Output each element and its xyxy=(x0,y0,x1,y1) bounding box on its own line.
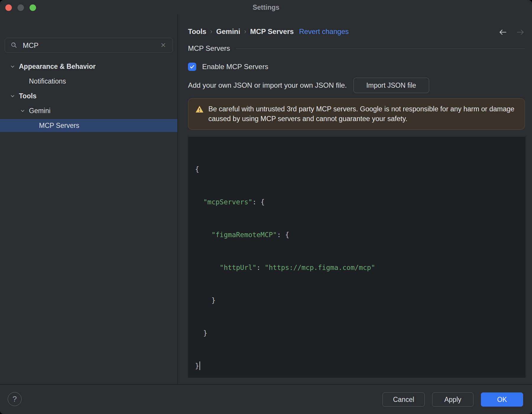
settings-tree: Appearance & Behavior Notifications Tool… xyxy=(0,60,178,132)
settings-content: Tools › Gemini › MCP Servers Revert chan… xyxy=(178,14,532,384)
code-line: { xyxy=(195,164,518,175)
import-json-file-button[interactable]: Import JSON file xyxy=(353,78,429,93)
sidebar-item-appearance-behavior[interactable]: Appearance & Behavior xyxy=(0,60,178,73)
code-line: } xyxy=(195,361,518,371)
chevron-down-icon[interactable] xyxy=(10,94,15,99)
breadcrumb-separator-icon: › xyxy=(206,28,216,35)
titlebar: Settings xyxy=(0,0,532,14)
search-icon xyxy=(10,42,18,49)
code-line: } xyxy=(195,328,518,339)
sidebar-item-label: MCP Servers xyxy=(39,122,79,130)
ok-button[interactable]: OK xyxy=(481,392,523,407)
sidebar-item-label: Gemini xyxy=(29,107,51,115)
code-line: "httpUrl": "https://mcp.figma.com/mcp" xyxy=(195,262,518,273)
section-title: MCP Servers xyxy=(188,44,230,53)
json-editor[interactable]: { "mcpServers": { "figmaRemoteMCP": { "h… xyxy=(188,137,525,378)
text-cursor xyxy=(200,361,200,370)
sidebar-item-tools[interactable]: Tools xyxy=(0,89,178,102)
revert-changes-link[interactable]: Revert changes xyxy=(299,27,349,36)
warning-banner: Be careful with untrusted 3rd party MCP … xyxy=(188,98,525,130)
section-divider xyxy=(236,48,525,49)
history-nav xyxy=(498,28,525,37)
enable-mcp-servers-checkbox-row[interactable]: Enable MCP Servers xyxy=(188,63,268,71)
window-title: Settings xyxy=(0,0,532,14)
enable-mcp-label: Enable MCP Servers xyxy=(202,63,268,71)
breadcrumb-gemini[interactable]: Gemini xyxy=(216,27,240,36)
breadcrumb: Tools › Gemini › MCP Servers Revert chan… xyxy=(188,27,349,36)
breadcrumb-mcp-servers: MCP Servers xyxy=(250,27,294,36)
clear-search-icon[interactable]: ✕ xyxy=(159,41,167,50)
help-icon: ? xyxy=(12,395,17,404)
checkmark-icon xyxy=(189,64,195,69)
help-button[interactable]: ? xyxy=(8,392,22,406)
sidebar-item-label: Tools xyxy=(19,92,37,100)
back-arrow-icon[interactable] xyxy=(498,28,507,37)
settings-window: Settings ✕ Appearance & Behavior xyxy=(0,0,532,414)
breadcrumb-separator-icon: › xyxy=(240,28,250,35)
add-json-text: Add your own JSON or import your own JSO… xyxy=(188,81,347,89)
sidebar-item-label: Appearance & Behavior xyxy=(19,63,95,71)
search-input[interactable] xyxy=(22,41,159,50)
footer-buttons: Cancel Apply OK xyxy=(382,392,523,407)
breadcrumb-tools[interactable]: Tools xyxy=(188,27,206,36)
sidebar-item-gemini[interactable]: Gemini xyxy=(0,104,178,117)
code-line: } xyxy=(195,295,518,306)
sidebar-item-label: Notifications xyxy=(29,77,66,85)
settings-sidebar: ✕ Appearance & Behavior Notifications To… xyxy=(0,14,178,384)
apply-button[interactable]: Apply xyxy=(432,392,473,407)
dialog-footer: ? Cancel Apply OK xyxy=(0,384,532,414)
forward-arrow-icon[interactable] xyxy=(516,28,525,37)
enable-mcp-checkbox[interactable] xyxy=(188,63,196,71)
settings-search-box[interactable]: ✕ xyxy=(5,38,173,53)
sidebar-item-notifications[interactable]: Notifications xyxy=(0,75,178,88)
cancel-button[interactable]: Cancel xyxy=(382,392,425,407)
chevron-down-icon[interactable] xyxy=(10,64,15,69)
warning-triangle-icon xyxy=(195,105,204,124)
json-code: { "mcpServers": { "figmaRemoteMCP": { "h… xyxy=(195,142,518,393)
sidebar-item-mcp-servers-selected[interactable]: MCP Servers xyxy=(0,119,178,132)
add-json-row: Add your own JSON or import your own JSO… xyxy=(188,78,429,93)
code-line: "figmaRemoteMCP": { xyxy=(195,229,518,240)
chevron-down-icon[interactable] xyxy=(20,108,25,113)
warning-text: Be careful with untrusted 3rd party MCP … xyxy=(208,104,518,124)
code-line: "mcpServers": { xyxy=(195,197,518,208)
section-header: MCP Servers xyxy=(188,44,525,53)
